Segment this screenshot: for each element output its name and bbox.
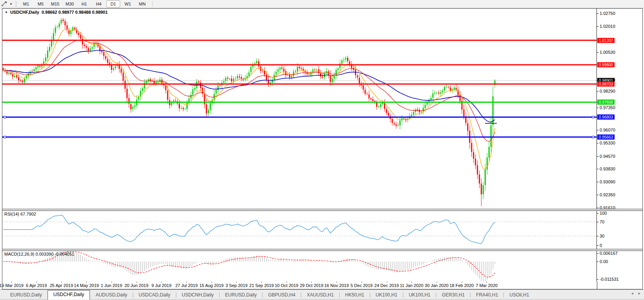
- date-label: 11 Jan 2020: [400, 283, 423, 288]
- date-tick: [161, 282, 162, 283]
- date-label: 18 Feb 2020: [450, 283, 474, 288]
- date-label: 6 Apr 2019: [26, 283, 47, 288]
- toolbar-grip[interactable]: [16, 2, 16, 7]
- horizontal-line-0.96803[interactable]: [2, 116, 597, 118]
- axis-tick: [597, 169, 598, 169]
- toolbar-separator: [152, 1, 153, 7]
- price-tick-label: 0.91610: [600, 205, 615, 210]
- line-handle[interactable]: [4, 116, 6, 118]
- chart-tab-eurusd-daily[interactable]: EURUSD,Daily: [5, 291, 48, 299]
- axis-tick: [597, 52, 598, 53]
- chart-tab-fra40-h1[interactable]: FRA40,H1: [470, 291, 503, 299]
- rsi-plot[interactable]: [2, 211, 597, 249]
- line-handle[interactable]: [592, 116, 594, 118]
- timeframe-button-m30[interactable]: M30: [63, 0, 77, 7]
- chart-tab-hk50-h1[interactable]: HK50,H1: [340, 291, 370, 299]
- macd-label: MACD(12,26,9) 0.003390 -0.004051: [4, 252, 74, 256]
- price-tick-label: 1.02750: [600, 11, 615, 16]
- price-tick-label: 0.95330: [600, 141, 615, 145]
- date-axis: 19 Mar 20196 Apr 201925 Apr 201914 May 2…: [2, 282, 642, 289]
- axis-tick: [597, 156, 598, 157]
- rsi-tick-label: 70: [600, 220, 604, 224]
- axis-tick: [597, 91, 598, 91]
- date-label: 19 Mar 2019: [0, 283, 24, 288]
- tab-scroll-right-icon[interactable]: ►: [638, 292, 641, 295]
- date-tick: [212, 282, 212, 283]
- axis-tick: [597, 26, 598, 27]
- macd-tick-label: -0.011531: [600, 277, 619, 282]
- macd-plot[interactable]: [2, 251, 597, 282]
- timeframe-button-d1[interactable]: D1: [106, 0, 120, 7]
- chart-tab-usdcad-daily[interactable]: USDCAD,Daily: [133, 291, 176, 299]
- date-tick: [86, 282, 87, 283]
- date-tick: [462, 282, 462, 283]
- chart-tab-uk100-h1[interactable]: UK100,H1: [403, 291, 436, 299]
- chart-tab-ger30-h1[interactable]: GER30,H1: [436, 291, 470, 299]
- axis-tick: [597, 236, 598, 236]
- date-label: 7 Mar 2020: [476, 283, 498, 288]
- trendline-tool-icon[interactable]: [0, 1, 9, 7]
- price-tick-label: 0.97350: [600, 105, 615, 110]
- chart-tab-usdchf-daily[interactable]: USDCHF,Daily: [48, 290, 90, 300]
- date-label: 30 Jan 2020: [425, 283, 449, 288]
- date-tick: [337, 282, 337, 283]
- level-price-label: 0.96803: [597, 115, 615, 120]
- axis-tick: [597, 143, 598, 143]
- chart-tab-gbpusd-h4[interactable]: GBPUSD,H4: [263, 291, 301, 299]
- chart-tab-usoil-h1[interactable]: USOil,H1: [504, 291, 534, 299]
- date-tick: [437, 282, 437, 283]
- price-chart-plot[interactable]: [2, 9, 597, 209]
- chart-tab-usdcnh-daily[interactable]: USDCNH,Daily: [176, 291, 219, 299]
- timeframe-button-m15[interactable]: M15: [48, 0, 62, 7]
- tab-scroll-left-icon[interactable]: ◄: [631, 292, 634, 295]
- chart-window: ▼ USDCHF,Daily 0.98662 0.98977 0.98488 0…: [2, 8, 643, 289]
- timeframe-button-m1[interactable]: M1: [19, 0, 33, 7]
- axis-tick: [597, 108, 598, 108]
- date-tick: [262, 282, 262, 283]
- axis-tick: [597, 182, 598, 182]
- chart-tab-audusd-daily[interactable]: AUDUSD,Daily: [90, 291, 133, 299]
- date-label: 5 Dec 2019: [351, 283, 373, 288]
- axis-tick: [597, 13, 598, 14]
- axis-tick: [597, 222, 598, 222]
- line-handle[interactable]: [4, 136, 6, 138]
- timeframe-button-w1[interactable]: W1: [121, 0, 135, 7]
- chart-tab-xauusd-h1[interactable]: XAUUSD,H1: [301, 291, 339, 299]
- axis-tick: [597, 279, 598, 280]
- rsi-pane: RSI(14) 67.7902 10070300: [2, 211, 642, 249]
- timeframe-button-mn[interactable]: MN: [135, 0, 149, 7]
- chart-tab-eurusd-daily[interactable]: EURUSD,Daily: [220, 291, 262, 299]
- timeframe-button-m5[interactable]: M5: [34, 0, 48, 7]
- timeframe-button-h4[interactable]: H4: [92, 0, 106, 7]
- chart-title: ▼ USDCHF,Daily 0.98662 0.98977 0.98488 0…: [5, 10, 108, 15]
- price-tick-label: 0.96070: [600, 128, 615, 132]
- level-price-label: 0.97658: [597, 100, 615, 105]
- date-tick: [112, 282, 112, 283]
- axis-tick: [597, 245, 598, 246]
- price-tick-label: 0.98290: [600, 89, 615, 93]
- level-price-label: 0.98703: [597, 81, 615, 86]
- date-tick: [487, 282, 487, 283]
- date-label: 1 Jun 2019: [101, 283, 122, 288]
- date-label: 29 Oct 2019: [300, 283, 323, 288]
- toolbar-dropdown-caret-icon[interactable]: ▼: [9, 2, 15, 6]
- horizontal-line-0.95663[interactable]: [2, 136, 597, 138]
- chart-tab-uk100-h1[interactable]: UK100,H1: [370, 291, 403, 299]
- date-tick: [412, 282, 412, 283]
- ohlc-readout: 0.98662 0.98977 0.98488 0.98901: [42, 10, 108, 15]
- level-price-label: 0.99800: [597, 62, 615, 68]
- timeframe-toolbar: ▼ M1M5M15M30H1H4D1W1MN: [0, 0, 644, 8]
- date-tick: [137, 282, 137, 283]
- line-handle[interactable]: [592, 136, 594, 138]
- axis-tick: [597, 130, 598, 130]
- macd-pane: MACD(12,26,9) 0.003390 -0.004051 0.00616…: [2, 251, 642, 282]
- symbol-title: USDCHF,Daily: [10, 10, 39, 15]
- date-label: 24 Dec 2019: [374, 283, 399, 288]
- axis-tick: [597, 262, 598, 262]
- macd-axis: 0.0061670.00-0.011531: [596, 251, 642, 282]
- timeframe-button-h1[interactable]: H1: [77, 0, 91, 7]
- date-tick: [362, 282, 362, 283]
- rsi-tick-label: 100: [600, 211, 607, 216]
- rsi-axis: 10070300: [596, 211, 642, 249]
- symbol-dropdown-caret-icon[interactable]: ▼: [5, 11, 8, 14]
